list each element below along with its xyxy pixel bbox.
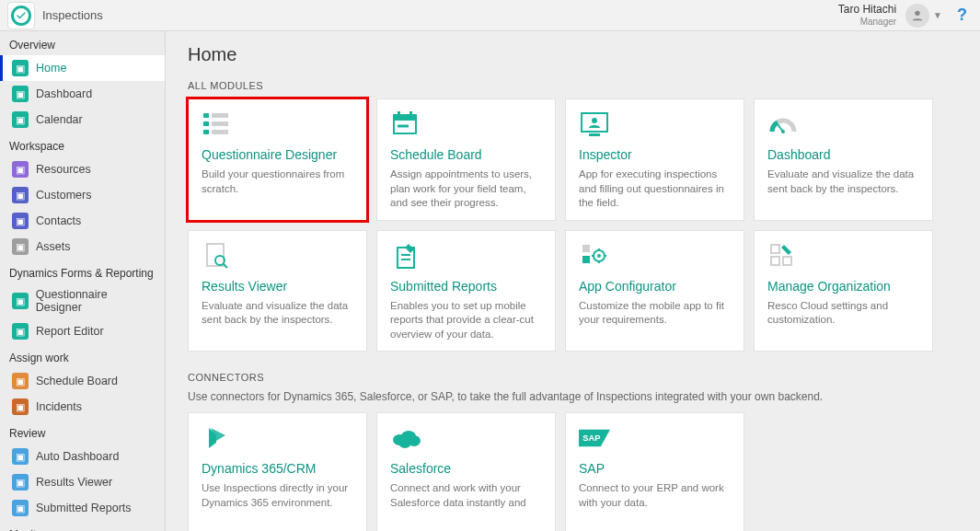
card-results-viewer[interactable]: Results ViewerEvaluate and visualize the… xyxy=(188,230,367,352)
user-menu-caret[interactable]: ▼ xyxy=(933,10,942,20)
sidebar-item-auto-dashboard[interactable]: ▣Auto Dashboard xyxy=(0,444,165,469)
results-icon: ▣ xyxy=(12,474,29,491)
svg-rect-8 xyxy=(394,115,416,121)
submitted-icon: ▣ xyxy=(12,500,29,516)
sidebar-item-label: Questionnaire Designer xyxy=(36,288,156,314)
user-role: Manager xyxy=(838,17,896,27)
sidebar-item-questionnaire-designer[interactable]: ▣Questionnaire Designer xyxy=(0,283,165,318)
card-title: Results Viewer xyxy=(202,279,353,294)
app-title: Inspections xyxy=(42,8,103,22)
svg-rect-5 xyxy=(203,130,209,134)
card-title: App Configurator xyxy=(579,279,731,294)
auto-dashboard-icon: ▣ xyxy=(12,448,29,465)
sidebar-item-assets[interactable]: ▣Assets xyxy=(0,234,165,260)
calendar-board-icon xyxy=(390,110,421,138)
card-desc: Evaluate and visualize the data sent bac… xyxy=(767,167,919,196)
help-icon[interactable]: ? xyxy=(951,6,973,25)
check-icon xyxy=(16,10,27,21)
card-desc: Customize the mobile app to fit your req… xyxy=(579,299,731,328)
svg-rect-32 xyxy=(771,257,779,265)
svg-text:SAP: SAP xyxy=(582,433,600,443)
svg-point-0 xyxy=(915,10,919,15)
sidebar: Overview▣Home▣Dashboard▣CalendarWorkspac… xyxy=(0,31,166,531)
svg-rect-24 xyxy=(582,256,590,263)
card-sap[interactable]: SAPSAPConnect to your ERP and work with … xyxy=(565,412,744,531)
card-inspector[interactable]: InspectorApp for executing inspections a… xyxy=(565,98,744,221)
user-name: Taro Hitachi xyxy=(838,4,896,16)
sidebar-item-label: Calendar xyxy=(36,113,83,126)
svg-rect-6 xyxy=(212,130,228,134)
top-bar: Inspections Taro Hitachi Manager ▼ ? xyxy=(0,0,980,31)
sidebar-item-calendar[interactable]: ▣Calendar xyxy=(0,107,165,133)
sidebar-section-title: Dynamics Forms & Reporting xyxy=(0,260,165,283)
sidebar-item-contacts[interactable]: ▣Contacts xyxy=(0,208,165,234)
doc-edit-icon xyxy=(390,242,421,270)
avatar[interactable] xyxy=(905,4,929,28)
sidebar-section-title: Monitor xyxy=(0,521,165,531)
sidebar-item-results-viewer[interactable]: ▣Results Viewer xyxy=(0,469,165,495)
dynamics-icon xyxy=(202,424,233,452)
card-submitted-reports[interactable]: Submitted ReportsEnables you to set up m… xyxy=(376,230,556,352)
card-title: Questionnaire Designer xyxy=(202,147,353,162)
connectors-desc: Use connectors for Dynamics 365, Salesfo… xyxy=(188,390,958,403)
sidebar-item-schedule-board[interactable]: ▣Schedule Board xyxy=(0,368,165,394)
card-salesforce[interactable]: SalesforceConnect and work with your Sal… xyxy=(376,412,556,531)
sidebar-item-label: Resources xyxy=(36,163,91,176)
app-logo[interactable] xyxy=(7,2,35,29)
sidebar-item-home[interactable]: ▣Home xyxy=(0,55,165,81)
sidebar-item-incidents[interactable]: ▣Incidents xyxy=(0,394,165,420)
card-title: Submitted Reports xyxy=(390,279,542,294)
card-manage-organization[interactable]: Manage OrganizationResco Cloud settings … xyxy=(754,230,933,352)
card-questionnaire-designer[interactable]: Questionnaire DesignerBuild your questio… xyxy=(188,98,367,221)
sidebar-item-submitted-reports[interactable]: ▣Submitted Reports xyxy=(0,495,165,521)
contacts-icon: ▣ xyxy=(12,213,29,229)
svg-rect-1 xyxy=(203,113,209,118)
doc-search-icon xyxy=(202,242,233,270)
modules-grid: Questionnaire DesignerBuild your questio… xyxy=(188,98,958,352)
svg-rect-14 xyxy=(589,133,600,136)
card-desc: Use Inspections directly in your Dynamic… xyxy=(202,481,353,510)
sidebar-item-label: Customers xyxy=(36,189,91,202)
card-title: Salesforce xyxy=(390,461,542,476)
svg-rect-23 xyxy=(582,245,590,252)
card-dynamics-365-crm[interactable]: Dynamics 365/CRMUse Inspections directly… xyxy=(188,412,367,531)
sidebar-item-dashboard[interactable]: ▣Dashboard xyxy=(0,81,165,107)
blocks-edit-icon xyxy=(767,242,799,270)
sidebar-item-label: Results Viewer xyxy=(36,476,112,489)
person-icon xyxy=(910,8,925,23)
card-dashboard[interactable]: DashboardEvaluate and visualize the data… xyxy=(754,98,933,221)
resources-icon: ▣ xyxy=(12,161,29,178)
svg-point-26 xyxy=(597,254,601,258)
card-title: SAP xyxy=(579,461,731,476)
svg-point-37 xyxy=(398,437,411,448)
card-title: Manage Organization xyxy=(767,279,919,294)
sidebar-section-title: Review xyxy=(0,420,165,444)
connectors-label: CONNECTORS xyxy=(188,372,958,383)
sidebar-item-report-editor[interactable]: ▣Report Editor xyxy=(0,318,165,344)
connectors-grid: Dynamics 365/CRMUse Inspections directly… xyxy=(188,412,958,531)
card-title: Inspector xyxy=(579,147,731,162)
card-schedule-board[interactable]: Schedule BoardAssign appointments to use… xyxy=(376,98,556,221)
svg-point-13 xyxy=(592,118,597,123)
page-title: Home xyxy=(188,44,958,65)
sidebar-item-customers[interactable]: ▣Customers xyxy=(0,182,165,208)
svg-rect-10 xyxy=(409,111,412,117)
sidebar-section-title: Workspace xyxy=(0,133,165,156)
card-title: Dynamics 365/CRM xyxy=(202,461,353,476)
card-desc: Connect and work with your Salesforce da… xyxy=(390,481,542,510)
svg-line-16 xyxy=(778,124,783,132)
card-app-configurator[interactable]: App ConfiguratorCustomize the mobile app… xyxy=(565,230,744,352)
svg-rect-33 xyxy=(783,257,791,265)
svg-line-19 xyxy=(224,264,227,268)
modules-label: ALL MODULES xyxy=(188,80,958,91)
home-icon: ▣ xyxy=(12,60,29,76)
sidebar-section-title: Overview xyxy=(0,31,165,55)
user-block[interactable]: Taro Hitachi Manager xyxy=(838,4,902,26)
sidebar-item-resources[interactable]: ▣Resources xyxy=(0,156,165,182)
card-title: Dashboard xyxy=(767,147,919,162)
gauge-icon xyxy=(767,110,799,138)
svg-rect-2 xyxy=(212,113,228,118)
inspector-icon xyxy=(579,110,610,138)
sap-icon: SAP xyxy=(579,424,610,452)
questionnaire-icon: ▣ xyxy=(12,293,29,309)
